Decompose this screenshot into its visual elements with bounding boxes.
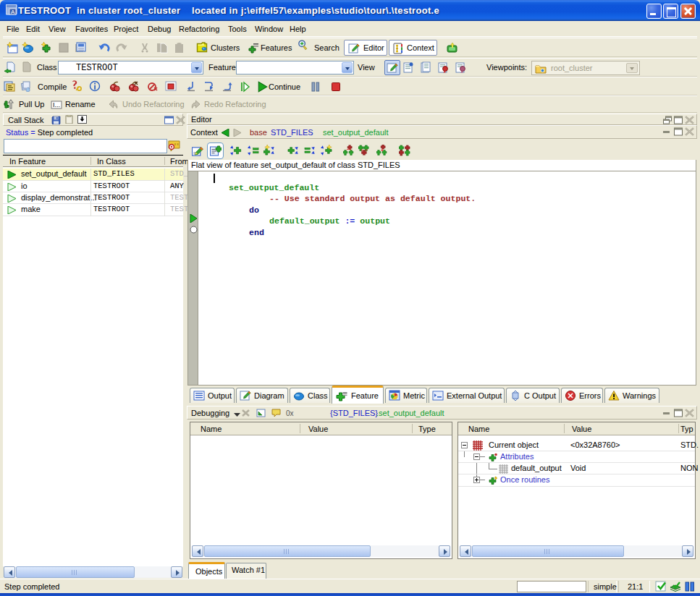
svg-text:A: A <box>11 9 15 15</box>
svg-text:I...: I... <box>53 101 60 108</box>
